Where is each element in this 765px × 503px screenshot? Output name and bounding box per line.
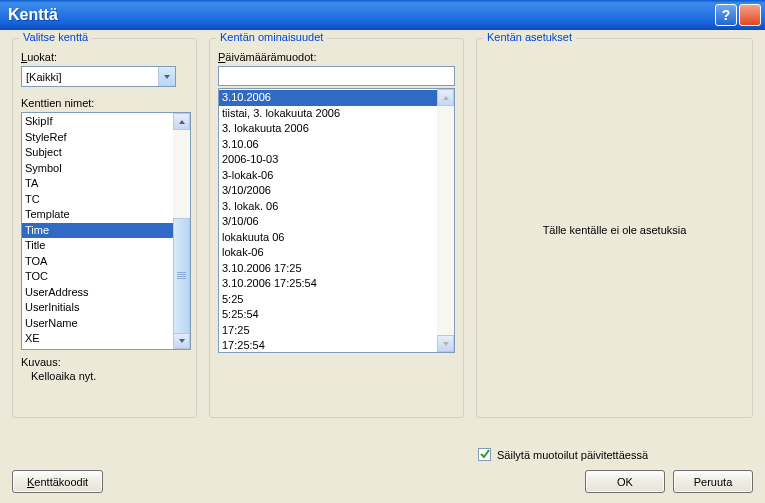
list-item[interactable]: Symbol xyxy=(22,161,173,177)
list-item[interactable]: 5:25 xyxy=(219,292,437,308)
categories-combo-button[interactable] xyxy=(158,67,175,86)
scroll-down-button[interactable] xyxy=(173,332,190,349)
select-field-legend: Valitse kenttä xyxy=(19,31,92,43)
ok-button[interactable]: OK xyxy=(585,470,665,493)
chevron-down-icon xyxy=(442,338,450,350)
window-title: Kenttä xyxy=(8,6,713,24)
list-item[interactable]: Subject xyxy=(22,145,173,161)
list-item[interactable]: 3. lokak. 06 xyxy=(219,199,437,215)
preserve-formatting-checkbox[interactable] xyxy=(478,448,491,461)
list-item[interactable]: StyleRef xyxy=(22,130,173,146)
list-item[interactable]: UserInitials xyxy=(22,300,173,316)
titlebar: Kenttä ? xyxy=(0,0,765,30)
list-item[interactable]: SkipIf xyxy=(22,114,173,130)
scroll-track xyxy=(437,106,454,335)
list-item[interactable]: 3-lokak-06 xyxy=(219,168,437,184)
list-item[interactable]: 3.10.2006 17:25:54 xyxy=(219,276,437,292)
categories-label: Luokat: xyxy=(21,51,188,63)
list-item[interactable]: lokakuuta 06 xyxy=(219,230,437,246)
list-item[interactable]: 2006-10-03 xyxy=(219,152,437,168)
checkmark-icon xyxy=(480,449,490,461)
list-item[interactable]: 3.10.2006 17:25 xyxy=(219,261,437,277)
date-formats-scrollbar[interactable] xyxy=(437,89,454,352)
date-formats-listbox[interactable]: 3.10.2006tiistai, 3. lokakuuta 20063. lo… xyxy=(218,88,455,353)
list-item[interactable]: Template xyxy=(22,207,173,223)
scroll-up-button[interactable] xyxy=(173,113,190,130)
chevron-up-icon xyxy=(178,116,186,128)
cancel-button[interactable]: Peruuta xyxy=(673,470,753,493)
chevron-down-icon xyxy=(178,335,186,347)
date-format-input[interactable] xyxy=(218,66,455,86)
scroll-down-button[interactable] xyxy=(437,335,454,352)
help-icon: ? xyxy=(722,7,731,23)
list-item[interactable]: TOA xyxy=(22,254,173,270)
field-properties-group: Kentän ominaisuudet Päivämäärämuodot: 3.… xyxy=(209,38,464,418)
scroll-track[interactable] xyxy=(173,130,190,332)
select-field-group: Valitse kenttä Luokat: [Kaikki] Kenttien… xyxy=(12,38,197,418)
list-item[interactable]: UserName xyxy=(22,316,173,332)
chevron-down-icon xyxy=(163,71,171,83)
date-formats-label: Päivämäärämuodot: xyxy=(218,51,455,63)
field-names-listbox[interactable]: SkipIfStyleRefSubjectSymbolTATCTemplateT… xyxy=(21,112,191,350)
description-label: Kuvaus: xyxy=(21,356,188,368)
list-item[interactable]: 5:25:54 xyxy=(219,307,437,323)
list-item[interactable]: 3/10/2006 xyxy=(219,183,437,199)
description-value: Kelloaika nyt. xyxy=(31,370,188,382)
list-item[interactable]: 3/10/06 xyxy=(219,214,437,230)
scroll-up-button[interactable] xyxy=(437,89,454,106)
field-settings-group: Kentän asetukset Tälle kentälle ei ole a… xyxy=(476,38,753,418)
list-item[interactable]: 3.10.2006 xyxy=(219,90,437,106)
list-item[interactable]: TA xyxy=(22,176,173,192)
no-settings-message: Tälle kentälle ei ole asetuksia xyxy=(485,51,744,409)
scroll-thumb[interactable] xyxy=(173,218,190,334)
list-item[interactable]: lokak-06 xyxy=(219,245,437,261)
categories-combo-value: [Kaikki] xyxy=(22,71,158,83)
field-settings-legend: Kentän asetukset xyxy=(483,31,576,43)
field-properties-legend: Kentän ominaisuudet xyxy=(216,31,327,43)
chevron-up-icon xyxy=(442,92,450,104)
list-item[interactable]: TC xyxy=(22,192,173,208)
list-item[interactable]: TOC xyxy=(22,269,173,285)
list-item[interactable]: 17:25:54 xyxy=(219,338,437,353)
list-item[interactable]: XE xyxy=(22,331,173,347)
list-item[interactable]: tiistai, 3. lokakuuta 2006 xyxy=(219,106,437,122)
help-button[interactable]: ? xyxy=(715,4,737,26)
list-item[interactable]: UserAddress xyxy=(22,285,173,301)
list-item[interactable]: 3.10.06 xyxy=(219,137,437,153)
field-names-label: Kenttien nimet: xyxy=(21,97,188,109)
categories-combo[interactable]: [Kaikki] xyxy=(21,66,176,87)
field-names-scrollbar[interactable] xyxy=(173,113,190,349)
close-button[interactable] xyxy=(739,4,761,26)
list-item[interactable]: Title xyxy=(22,238,173,254)
field-codes-button[interactable]: Kenttäkoodit xyxy=(12,470,103,493)
list-item[interactable]: Time xyxy=(22,223,173,239)
list-item[interactable]: 3. lokakuuta 2006 xyxy=(219,121,437,137)
preserve-formatting-label: Säilytä muotoilut päivitettäessä xyxy=(497,449,648,461)
list-item[interactable]: 17:25 xyxy=(219,323,437,339)
